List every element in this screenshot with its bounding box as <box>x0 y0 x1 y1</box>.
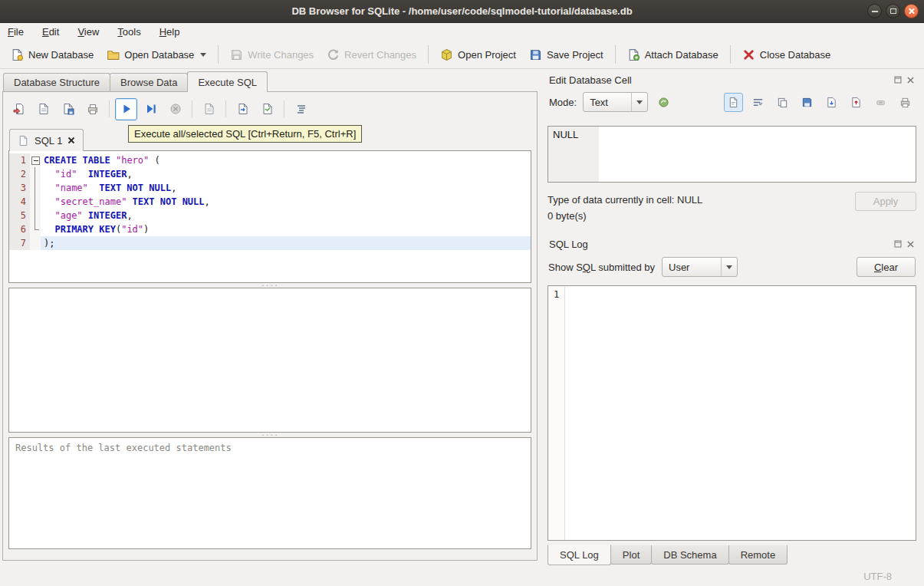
tab-plot[interactable]: Plot <box>610 545 652 565</box>
write-changes-button[interactable]: Write Changes <box>224 44 320 65</box>
minimize-icon <box>872 11 878 12</box>
save-sql-button[interactable] <box>32 98 54 120</box>
find-replace-icon <box>261 103 274 115</box>
print-cell-button[interactable] <box>896 93 915 112</box>
menu-tools[interactable]: Tools <box>117 26 140 38</box>
menu-file[interactable]: File <box>8 26 24 38</box>
execute-sql-icon <box>120 103 133 115</box>
maximize-button[interactable] <box>886 4 900 18</box>
save-sql-as-icon <box>62 103 74 115</box>
code-line[interactable]: 2 "id" INTEGER, <box>9 167 531 181</box>
save-cell-icon <box>801 97 813 108</box>
tab-db-schema[interactable]: DB Schema <box>651 545 728 565</box>
attach-database-button[interactable]: Attach Database <box>621 44 725 65</box>
toolbar-separator <box>192 100 192 117</box>
statusbar: UTF-8 <box>0 567 924 586</box>
word-wrap-button[interactable] <box>748 93 768 112</box>
toolbar-separator <box>730 45 731 64</box>
cell-editor[interactable]: NULL <box>547 126 916 183</box>
clear-log-button[interactable]: Clear <box>857 257 916 277</box>
toolbar-separator <box>225 100 226 117</box>
attach-database-label: Attach Database <box>645 49 718 61</box>
float-dock-button[interactable] <box>893 240 902 249</box>
apply-button[interactable]: Apply <box>855 192 916 211</box>
print-sql-button[interactable] <box>81 98 104 120</box>
float-dock-button[interactable] <box>893 76 902 84</box>
word-wrap-icon <box>752 97 764 108</box>
text-view-button[interactable] <box>724 93 743 112</box>
menu-help[interactable]: Help <box>159 26 180 38</box>
copy-icon <box>777 97 788 108</box>
fold-margin <box>30 181 41 195</box>
menu-edit[interactable]: Edit <box>42 26 59 38</box>
code-line[interactable]: 5 "age" INTEGER, <box>9 209 531 222</box>
code-text: ); <box>41 236 531 250</box>
line-number: 5 <box>9 209 30 222</box>
sql-document-tab[interactable]: SQL 1 <box>9 129 84 151</box>
open-sql-button[interactable] <box>8 98 30 120</box>
save-results-button[interactable] <box>198 98 220 120</box>
encoding-indicator[interactable]: UTF-8 <box>863 571 892 582</box>
toolbar-separator <box>284 100 284 117</box>
fold-margin <box>30 222 41 236</box>
open-database-icon <box>107 48 120 61</box>
code-line[interactable]: 7); <box>9 236 531 250</box>
auto-detect-button[interactable] <box>654 93 673 112</box>
format-sql-button[interactable] <box>290 98 312 120</box>
log-filter-select[interactable]: User <box>662 257 738 277</box>
open-sql-icon <box>13 103 25 115</box>
tab-remote[interactable]: Remote <box>728 545 788 565</box>
close-tab-icon[interactable] <box>67 137 75 144</box>
code-line[interactable]: 3 "name" TEXT NOT NULL, <box>9 181 531 195</box>
code-line[interactable]: 1CREATE TABLE "hero" ( <box>9 153 531 167</box>
execute-sql-button[interactable] <box>115 98 137 120</box>
tab-execute-sql[interactable]: Execute SQL <box>187 71 268 92</box>
save-project-button[interactable]: Save Project <box>523 44 610 65</box>
revert-changes-button[interactable]: Revert Changes <box>321 44 423 65</box>
open-database-button[interactable]: Open Database <box>100 44 212 65</box>
tab-database-structure[interactable]: Database Structure <box>3 73 110 91</box>
results-message-area[interactable]: Results of the last executed statements <box>8 437 531 549</box>
set-null-button[interactable] <box>871 93 890 112</box>
menu-view[interactable]: View <box>77 26 99 38</box>
close-icon <box>907 77 914 84</box>
cell-type-text: Type of data currently in cell: NULL <box>547 192 702 208</box>
fold-margin <box>30 209 41 222</box>
titlebar[interactable]: DB Browser for SQLite - /home/user/code/… <box>0 0 924 23</box>
code-line[interactable]: 6 PRIMARY KEY("id") <box>9 222 531 236</box>
close-dock-button[interactable] <box>906 76 915 84</box>
new-database-button[interactable]: New Database <box>5 44 100 65</box>
sql-toolbar <box>3 92 537 126</box>
find-replace-button[interactable] <box>256 98 278 120</box>
results-placeholder: Results of the last executed statements <box>15 443 232 453</box>
code-text: "name" TEXT NOT NULL, <box>41 181 531 195</box>
open-project-button[interactable]: Open Project <box>434 44 522 65</box>
import-cell-button[interactable] <box>822 93 841 112</box>
sql-editor[interactable]: 1CREATE TABLE "hero" (2 "id" INTEGER,3 "… <box>8 150 531 283</box>
results-grid[interactable] <box>8 288 531 433</box>
tab-browse-data[interactable]: Browse Data <box>110 73 188 91</box>
attach-database-icon <box>627 48 640 61</box>
fold-margin <box>30 167 41 181</box>
right-panel: Edit Database Cell Mode: Text <box>545 69 924 567</box>
mode-select[interactable]: Text <box>583 92 648 112</box>
save-sql-as-button[interactable] <box>57 98 79 120</box>
save-cell-button[interactable] <box>797 93 817 112</box>
stop-button[interactable] <box>164 98 186 120</box>
chevron-down-icon[interactable] <box>200 53 206 57</box>
cell-info-row: Type of data currently in cell: NULL 0 b… <box>547 192 916 224</box>
close-dock-button[interactable] <box>906 240 915 249</box>
app-window: DB Browser for SQLite - /home/user/code/… <box>0 0 924 586</box>
close-database-button[interactable]: Close Database <box>736 44 837 65</box>
export-cell-button[interactable] <box>847 93 866 112</box>
tab-sql-log[interactable]: SQL Log <box>547 545 611 565</box>
code-line[interactable]: 4 "secret_name" TEXT NOT NULL, <box>9 195 531 209</box>
copy-button[interactable] <box>773 93 792 112</box>
sql-log-area[interactable]: 1 <box>547 285 916 541</box>
minimize-button[interactable] <box>867 4 882 18</box>
close-button[interactable] <box>904 4 919 18</box>
export-csv-button[interactable] <box>232 98 254 120</box>
text-view-icon <box>728 97 739 108</box>
fold-marker-icon[interactable] <box>30 153 41 167</box>
execute-line-button[interactable] <box>140 98 162 120</box>
